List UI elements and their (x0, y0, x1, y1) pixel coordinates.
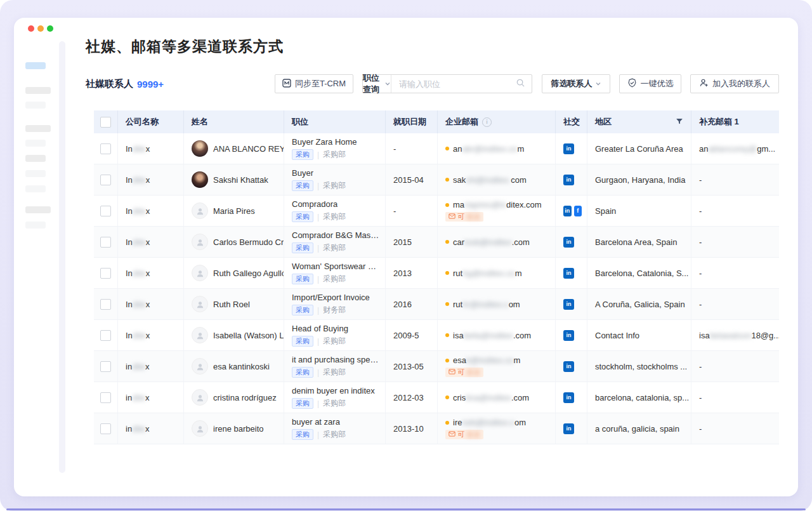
hire-date-cell: 2015-04 (386, 164, 438, 195)
name-cell: Isabella (Watson) L... (184, 320, 284, 350)
row-checkbox[interactable] (100, 423, 111, 434)
position-cell: buyer at zara采购|采购部 (284, 413, 386, 444)
hire-date-cell: 2016 (386, 289, 438, 319)
row-checkbox[interactable] (100, 361, 111, 372)
header-name: 姓名 (184, 110, 284, 133)
contact-name: irene barbeito (213, 424, 264, 434)
text-visible: isa (453, 331, 464, 340)
row-checkbox[interactable] (100, 330, 111, 341)
contact-name: cristina rodríguez (213, 393, 277, 402)
sidebar-skeleton-item (25, 102, 46, 109)
checkbox-cell (94, 382, 118, 413)
scrollbar-track[interactable] (59, 41, 65, 473)
contacts-count: 9999+ (137, 79, 164, 90)
row-checkbox[interactable] (100, 143, 111, 154)
name-cell: Sakshi Khattak (184, 164, 284, 195)
department-label: 采购部 (323, 211, 346, 222)
facebook-icon[interactable]: f (574, 206, 582, 216)
row-checkbox[interactable] (100, 392, 111, 403)
position-title: Woman' Sportswear Bu... (292, 262, 380, 271)
filter-funnel-icon[interactable] (676, 117, 683, 127)
linkedin-icon[interactable]: in (563, 330, 574, 341)
position-tags: 采购|采购部 (292, 180, 346, 191)
email-cell: anabr@inditex.com (438, 133, 556, 164)
social-cell: in (556, 227, 587, 257)
purchase-tag: 采购 (292, 242, 313, 253)
minimize-window-button[interactable] (37, 25, 44, 32)
text-visible: In (126, 331, 133, 340)
extra-email-cell: - (691, 164, 779, 195)
text-visible: x (146, 175, 150, 185)
avatar (192, 296, 208, 312)
social-cell: in (556, 351, 587, 382)
sidebar-skeleton (25, 62, 55, 229)
position-cell: Compradora采购|采购部 (284, 196, 386, 226)
position-query-select[interactable]: 职位查询 (363, 75, 391, 93)
linkedin-icon[interactable]: in (563, 423, 574, 434)
linkedin-icon[interactable]: in (563, 237, 574, 248)
text-visible: .com (511, 393, 529, 402)
position-title: Comprador B&G Massi... (292, 230, 380, 240)
purchase-tag: 采购 (292, 305, 313, 315)
position-search-input[interactable] (398, 79, 512, 90)
text-visible: esa (453, 355, 466, 365)
position-tags: 采购|采购部 (292, 242, 346, 253)
avatar (192, 265, 208, 281)
linkedin-icon[interactable]: in (563, 268, 574, 279)
email-cell: sakshi@inditex.com (438, 164, 556, 195)
avatar (192, 202, 208, 219)
position-title: Compradora (292, 199, 337, 209)
linkedin-icon[interactable]: in (563, 392, 574, 403)
sync-to-crm-button[interactable]: 同步至T-CRM (275, 74, 353, 93)
text-visible: isa (699, 331, 710, 340)
row-checkbox[interactable] (100, 237, 111, 248)
linkedin-icon[interactable]: in (563, 361, 574, 372)
deliverable-text-blurred: 送达 (466, 430, 480, 439)
filter-contacts-button[interactable]: 筛选联系人 (542, 74, 610, 93)
linkedin-icon[interactable]: in (563, 175, 574, 185)
deliverable-badge: 可送达 (445, 430, 483, 439)
text-visible: m (517, 144, 524, 154)
purchase-tag: 采购 (292, 367, 313, 378)
row-checkbox[interactable] (100, 299, 111, 310)
hire-date-cell: 2013-10 (386, 413, 438, 444)
one-click-optimize-button[interactable]: 一键优选 (619, 74, 681, 93)
text-visible: x (145, 393, 150, 402)
purchase-tag: 采购 (292, 211, 313, 222)
linkedin-icon[interactable]: in (563, 299, 574, 310)
extra-email-cell: - (691, 413, 779, 444)
header-region: 地区 (587, 110, 691, 133)
name-cell: cristina rodríguez (184, 382, 284, 413)
select-all-checkbox[interactable] (100, 117, 111, 128)
maximize-window-button[interactable] (47, 25, 53, 32)
close-window-button[interactable] (28, 25, 34, 32)
linkedin-icon[interactable]: in (563, 206, 572, 216)
row-checkbox[interactable] (100, 268, 111, 279)
search-icon[interactable] (516, 78, 525, 90)
row-checkbox[interactable] (100, 175, 111, 185)
status-dot-icon (445, 203, 449, 207)
checkbox-cell (94, 164, 118, 195)
sidebar-skeleton-item (25, 222, 46, 229)
table-row: inditexesa kantinkoskiit and purchasing … (94, 351, 779, 382)
add-to-my-contacts-button[interactable]: 加入我的联系人 (690, 74, 779, 93)
extra-email-cell: - (691, 258, 779, 288)
checkbox-cell (94, 289, 118, 319)
status-dot-icon (445, 302, 449, 306)
social-cell: in (556, 382, 587, 413)
position-tags: 采购|财务部 (292, 305, 346, 315)
page-title: 社媒、邮箱等多渠道联系方式 (86, 37, 779, 56)
table-row: InditexRuth RoelImport/Export Invoice采购|… (94, 289, 779, 320)
text-visible: x (146, 269, 150, 278)
social-cell: in (556, 413, 587, 444)
linkedin-icon[interactable]: in (563, 143, 574, 154)
checkbox-cell (94, 196, 118, 226)
envelope-check-icon (449, 368, 455, 376)
avatar (192, 171, 208, 188)
text-blurred: riapires@in (464, 200, 506, 209)
extra-email-cell: isabelawatson18@g... (691, 320, 779, 350)
name-cell: Carlos Bermudo Cr... (184, 227, 284, 257)
checkbox-cell (94, 258, 118, 288)
row-checkbox[interactable] (100, 206, 111, 216)
info-icon[interactable]: i (482, 117, 492, 127)
